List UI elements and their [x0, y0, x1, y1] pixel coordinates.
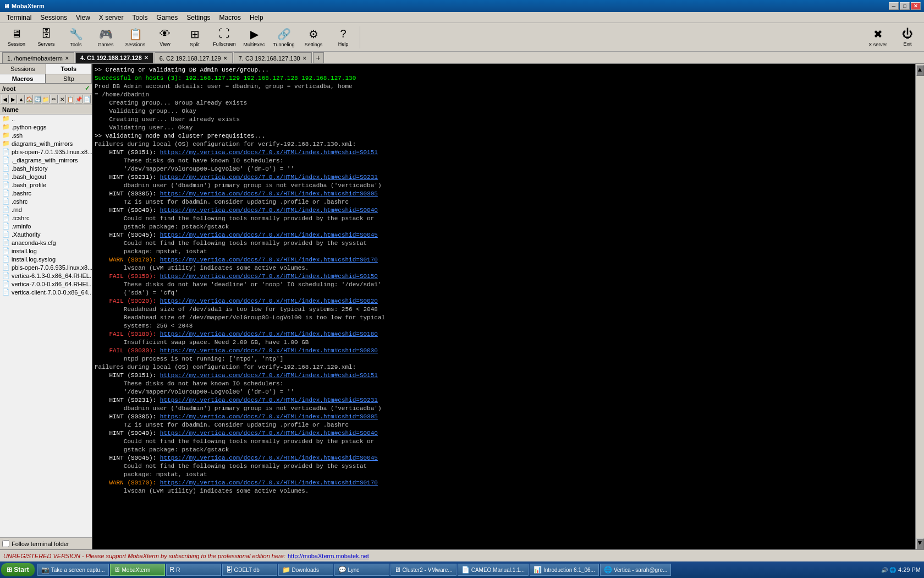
file-item-1[interactable]: 📁.python-eggs [0, 123, 92, 131]
sidebar-subtab-macros[interactable]: Macros [0, 74, 46, 83]
taskbar-item-5[interactable]: 💬Lync [334, 564, 389, 576]
terminal-output[interactable]: >> Creating or validating DB Admin user/… [92, 64, 915, 549]
file-item-10[interactable]: 📄.cshrc [0, 197, 92, 205]
rename-file-button[interactable]: ✏ [50, 95, 58, 103]
file-item-20[interactable]: 📄vertica-7.0.0-0.x86_64.RHEL... [0, 280, 92, 288]
servers-toolbar-button[interactable]: 🗄Servers [32, 24, 61, 51]
file-item-7[interactable]: 📄.bash_logout [0, 172, 92, 181]
refresh-file-button[interactable]: 🔄 [34, 95, 41, 103]
current-path: /root [2, 85, 15, 92]
taskbar-item-2[interactable]: RR [166, 564, 221, 576]
split-toolbar-button[interactable]: ⊞Split [180, 24, 209, 51]
file-item-0[interactable]: 📁.. [0, 114, 92, 123]
session-toolbar-button[interactable]: 🖥Session [2, 24, 31, 51]
settings-toolbar-button[interactable]: ⚙Settings [299, 24, 328, 51]
file-item-15[interactable]: 📄anaconda-ks.cfg [0, 238, 92, 247]
up-file-button[interactable]: ▲ [18, 95, 25, 103]
follow-terminal-checkbox[interactable] [2, 540, 9, 547]
new-folder-file-button[interactable]: 📁 [42, 95, 50, 103]
tab-close-3[interactable]: ✕ [302, 56, 307, 61]
games-label: Games [97, 42, 113, 47]
new-file-file-button[interactable]: 📄 [83, 95, 91, 103]
file-item-12[interactable]: 📄.tcshrc [0, 214, 92, 222]
menu-item-help[interactable]: Help [245, 13, 268, 23]
start-button[interactable]: ⊞ Start [1, 563, 35, 576]
tunneling-toolbar-button[interactable]: 🔗Tunneling [270, 24, 298, 51]
tools-toolbar-button[interactable]: 🔧Tools [62, 24, 90, 51]
fullscreen-toolbar-button[interactable]: ⛶Fullscreen [210, 24, 239, 51]
close-button[interactable]: ✕ [911, 2, 921, 10]
file-item-19[interactable]: 📄vertica-6.1.3-0.x86_64.RHEL... [0, 271, 92, 280]
file-name-15: anaconda-ks.cfg [12, 239, 56, 246]
tab-2[interactable]: 6. C2 192.168.127.129✕ [155, 52, 233, 63]
back-file-button[interactable]: ◀ [1, 95, 9, 103]
menu-item-view[interactable]: View [72, 13, 95, 23]
file-item-3[interactable]: 📁diagrams_with_mirrors [0, 139, 92, 148]
taskbar-label-0: Take a screen captu... [51, 567, 105, 573]
games-toolbar-button[interactable]: 🎮Games [91, 24, 120, 51]
settings-label: Settings [305, 42, 323, 47]
menu-item-sessions[interactable]: Sessions [36, 13, 72, 23]
tab-0[interactable]: 1. /home/mobaxterm✕ [2, 52, 74, 63]
file-item-18[interactable]: 📄pbis-open-7.0.6.935.linux.x8... [0, 263, 92, 271]
multiexec-toolbar-button[interactable]: ▶MultiExec [240, 24, 268, 51]
x server-toolbar-button[interactable]: ✖X server [864, 24, 892, 51]
file-item-4[interactable]: 📄pbis-open-7.0.1.935.linux.x8... [0, 148, 92, 156]
tab-1[interactable]: 4. C1 192.168.127.128✕ [75, 52, 153, 63]
tab-close-1[interactable]: ✕ [144, 55, 148, 61]
scroll-up-button[interactable]: ▲ [916, 65, 924, 76]
help-toolbar-button[interactable]: ?Help [329, 24, 358, 51]
file-item-16[interactable]: 📄install.log [0, 247, 92, 255]
titlebar: 🖥 MobaXterm ─ □ ✕ [0, 0, 924, 12]
x server-label: X server [868, 42, 887, 47]
tab-close-2[interactable]: ✕ [223, 56, 228, 61]
paste-file-button[interactable]: 📌 [75, 95, 82, 103]
menu-item-macros[interactable]: Macros [215, 13, 245, 23]
exit-toolbar-button[interactable]: ⏻Exit [893, 24, 922, 51]
terminal-scrollbar[interactable]: ▲ ▼ [915, 64, 924, 549]
taskbar-item-8[interactable]: 📊Introduction 6.1_06... [530, 564, 599, 576]
copy-file-button[interactable]: 📋 [67, 95, 74, 103]
tab-close-0[interactable]: ✕ [65, 56, 69, 61]
taskbar-item-0[interactable]: 📷Take a screen captu... [37, 564, 109, 576]
taskbar-item-7[interactable]: 📄CAMEO.Manual.1.1... [458, 564, 529, 576]
file-item-8[interactable]: 📄.bash_profile [0, 181, 92, 189]
taskbar-item-6[interactable]: 🖥Cluster2 - VMware... [391, 564, 457, 576]
sidebar-tab-tools[interactable]: Tools [46, 64, 92, 74]
file-item-2[interactable]: 📁.ssh [0, 131, 92, 139]
taskbar-item-9[interactable]: 🌐Vertica - sarah@gre... [600, 564, 671, 576]
sessions-icon: 📋 [129, 28, 142, 41]
menu-item-games[interactable]: Games [152, 13, 183, 23]
taskbar-item-3[interactable]: 🗄GDELT db [222, 564, 277, 576]
tab-3[interactable]: 7. C3 192.168.127.130✕ [234, 52, 312, 63]
sidebar-tab-sessions[interactable]: Sessions [0, 64, 46, 74]
taskbar-item-1[interactable]: 🖥MobaXterm [110, 564, 165, 576]
file-item-17[interactable]: 📄install.log.syslog [0, 255, 92, 263]
delete-file-button[interactable]: ✕ [58, 95, 66, 103]
home-file-button[interactable]: 🏠 [25, 95, 33, 103]
file-item-6[interactable]: 📄.bash_history [0, 164, 92, 172]
file-item-9[interactable]: 📄.bashrc [0, 189, 92, 197]
minimize-button[interactable]: ─ [889, 2, 899, 10]
file-item-13[interactable]: 📄.vminfo [0, 222, 92, 230]
menu-item-settings[interactable]: Settings [182, 13, 215, 23]
scroll-down-button[interactable]: ▼ [916, 538, 924, 549]
menu-item-tools[interactable]: Tools [128, 13, 152, 23]
terminal-line-13: HINT (S0151): https://my.vertica.com/doc… [95, 149, 913, 157]
menu-item-x-server[interactable]: X server [95, 13, 128, 23]
file-item-21[interactable]: 📄vertica-client-7.0.0-0.x86_64... [0, 288, 92, 296]
sessions-toolbar-button[interactable]: 📋Sessions [121, 24, 150, 51]
file-item-14[interactable]: 📄.Xauthority [0, 230, 92, 238]
mobatek-link[interactable]: http://mobaXterm.mobatek.net [288, 553, 369, 559]
file-item-5[interactable]: 📄._diagrams_with_mirrors [0, 156, 92, 164]
forward-file-button[interactable]: ▶ [9, 95, 17, 103]
maximize-button[interactable]: □ [900, 2, 910, 10]
file-item-11[interactable]: 📄.rnd [0, 205, 92, 214]
file-name-5: ._diagrams_with_mirrors [12, 157, 78, 163]
sidebar-subtab-sftp[interactable]: Sftp [46, 74, 92, 83]
menu-item-terminal[interactable]: Terminal [2, 13, 36, 23]
view-toolbar-button[interactable]: 👁View [151, 24, 179, 51]
taskbar-item-4[interactable]: 📁Downloads [278, 564, 333, 576]
new-tab-button[interactable]: + [313, 52, 324, 63]
file-icon-11: 📄 [2, 206, 10, 213]
